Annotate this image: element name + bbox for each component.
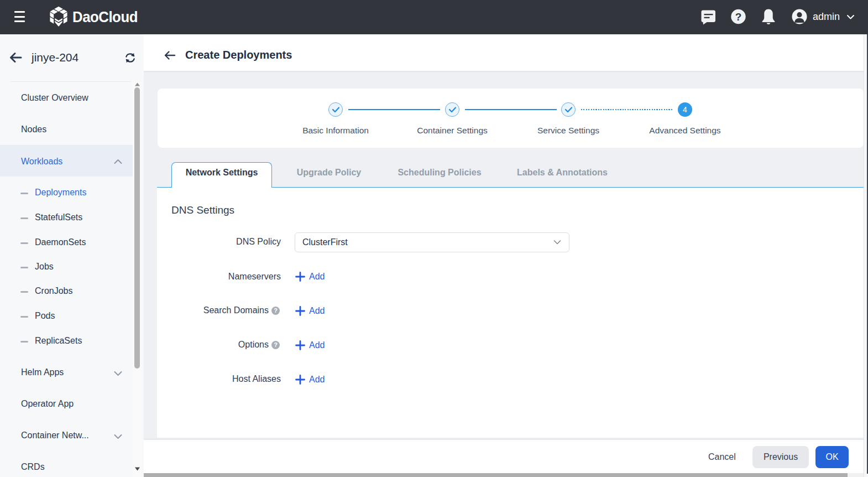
svg-text:?: ? [735, 11, 742, 23]
